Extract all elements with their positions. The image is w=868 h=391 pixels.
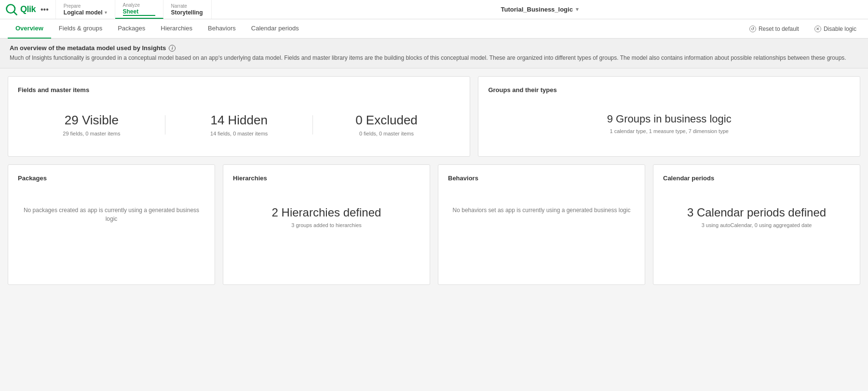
prepare-nav[interactable]: Prepare Logical model ▾ (56, 0, 115, 19)
prepare-dropdown-arrow: ▾ (105, 10, 107, 15)
qlik-logo: Qlik (5, 3, 36, 16)
behaviors-empty-text: No behaviors set as app is currently usi… (453, 206, 631, 215)
info-banner: An overview of the metadata model used b… (0, 39, 868, 68)
info-banner-text: Much of Insights functionality is ground… (10, 54, 858, 62)
excluded-number: 0 Excluded (313, 113, 461, 128)
fields-card-stats: 29 Visible 29 fields, 0 master items 14 … (18, 103, 460, 147)
tab-hierarchies[interactable]: Hierarchies (153, 19, 200, 39)
calendar-periods-title: Calendar periods (663, 175, 850, 182)
qlik-logo-text: Qlik (20, 4, 36, 14)
top-bar: Qlik ••• Prepare Logical model ▾ Analyze… (0, 0, 868, 19)
groups-card: Groups and their types 9 Groups in busin… (478, 76, 860, 157)
analyze-value: Sheet (123, 8, 155, 16)
hierarchies-card: Hierarchies 2 Hierarchies defined 3 grou… (223, 164, 430, 285)
fields-master-items-card: Fields and master items 29 Visible 29 fi… (8, 76, 470, 157)
logo-section: Qlik ••• (0, 0, 56, 19)
hierarchies-sub: 3 groups added to hierarchies (291, 222, 362, 228)
groups-sub: 1 calendar type, 1 measure type, 7 dimen… (610, 128, 728, 134)
reset-icon: ↺ (749, 26, 756, 32)
groups-number: 9 Groups in business logic (488, 113, 850, 125)
calendar-periods-card: Calendar periods 3 Calendar periods defi… (653, 164, 860, 285)
tab-bar-right: ↺ Reset to default ✕ Disable logic (746, 24, 860, 34)
hierarchies-number: 2 Hierarchies defined (272, 206, 381, 219)
visible-sub: 29 fields, 0 master items (63, 131, 120, 136)
main-content: Fields and master items 29 Visible 29 fi… (0, 68, 868, 293)
info-help-icon[interactable]: i (169, 45, 176, 52)
excluded-sub: 0 fields, 0 master items (359, 131, 414, 136)
menu-dots-button[interactable]: ••• (39, 4, 51, 15)
svg-line-1 (14, 12, 16, 14)
groups-card-stats: 9 Groups in business logic 1 calendar ty… (488, 103, 850, 144)
packages-title: Packages (18, 175, 205, 182)
fields-card-title: Fields and master items (18, 86, 460, 94)
analyze-nav[interactable]: Analyze Sheet (115, 0, 163, 19)
analyze-label: Analyze (123, 2, 155, 8)
hierarchies-title: Hierarchies (233, 175, 420, 182)
app-title: Tutorial_Business_logic ▾ (212, 0, 868, 19)
packages-empty-text: No packages created as app is currently … (18, 206, 205, 223)
reset-to-default-button[interactable]: ↺ Reset to default (746, 24, 803, 34)
tab-fields-groups[interactable]: Fields & groups (51, 19, 110, 39)
calendar-periods-sub: 3 using autoCalendar, 0 using aggregated… (702, 222, 812, 228)
narrate-nav[interactable]: Narrate Storytelling (163, 0, 212, 19)
visible-number: 29 Visible (18, 113, 165, 128)
narrate-value: Storytelling (171, 9, 203, 16)
excluded-stat: 0 Excluded 0 fields, 0 master items (313, 113, 461, 137)
behaviors-card: Behaviors No behaviors set as app is cur… (438, 164, 645, 285)
narrate-label: Narrate (171, 3, 203, 9)
hidden-number: 14 Hidden (165, 113, 313, 128)
prepare-value: Logical model ▾ (64, 9, 107, 16)
groups-stat: 9 Groups in business logic 1 calendar ty… (488, 113, 850, 135)
tab-overview[interactable]: Overview (8, 19, 51, 39)
behaviors-content: No behaviors set as app is currently usi… (448, 196, 635, 224)
hidden-sub: 14 fields, 0 master items (210, 131, 268, 136)
calendar-periods-number: 3 Calendar periods defined (687, 206, 826, 219)
hidden-stat: 14 Hidden 14 fields, 0 master items (165, 113, 313, 137)
prepare-label: Prepare (64, 3, 107, 9)
behaviors-title: Behaviors (448, 175, 635, 182)
qlik-logo-icon (5, 3, 18, 16)
hierarchies-content: 2 Hierarchies defined 3 groups added to … (233, 196, 420, 238)
tab-packages[interactable]: Packages (110, 19, 153, 39)
disable-icon: ✕ (814, 26, 821, 32)
tab-behaviors[interactable]: Behaviors (200, 19, 244, 39)
disable-logic-button[interactable]: ✕ Disable logic (811, 24, 860, 34)
calendar-periods-content: 3 Calendar periods defined 3 using autoC… (663, 196, 850, 238)
packages-content: No packages created as app is currently … (18, 196, 205, 233)
packages-card: Packages No packages created as app is c… (8, 164, 215, 285)
visible-stat: 29 Visible 29 fields, 0 master items (18, 113, 165, 137)
cards-row-2: Packages No packages created as app is c… (8, 164, 860, 285)
tab-bar: Overview Fields & groups Packages Hierar… (0, 19, 868, 39)
info-banner-title: An overview of the metadata model used b… (10, 44, 858, 52)
cards-row-1: Fields and master items 29 Visible 29 fi… (8, 76, 860, 157)
groups-card-title: Groups and their types (488, 86, 850, 94)
tab-calendar-periods[interactable]: Calendar periods (244, 19, 307, 39)
title-dropdown-arrow[interactable]: ▾ (576, 6, 579, 13)
